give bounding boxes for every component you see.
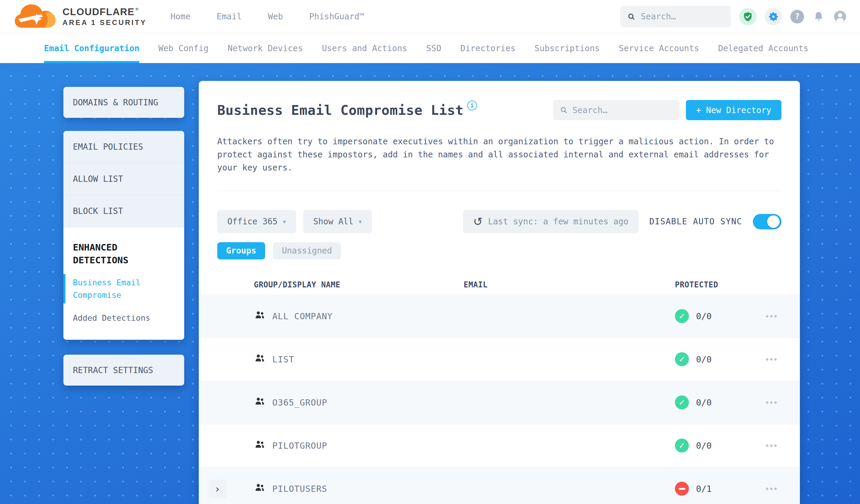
content-area: DOMAINS & ROUTING EMAIL POLICIES ALLOW L… — [0, 63, 860, 504]
group-name: LIST — [272, 354, 464, 364]
section-divider — [217, 191, 782, 191]
group-people-icon — [254, 482, 272, 496]
tab-delegated-accounts[interactable]: Delegated Accounts — [718, 33, 808, 63]
protected-status-icon: ✓ — [675, 352, 689, 366]
column-email: EMAIL — [464, 280, 675, 289]
sidebar-item-added-detections[interactable]: Added Detections — [73, 312, 162, 324]
protected-status-icon: ✓ — [675, 482, 689, 496]
last-sync-button[interactable]: ↺ Last sync: a few minutes ago — [463, 210, 639, 233]
sidebar-item-business-email-compromise[interactable]: Business Email Compromise — [73, 276, 162, 301]
table-row[interactable]: › O365_GROUP ✓ 0/0 — [199, 381, 800, 424]
tab-subscriptions[interactable]: Subscriptions — [534, 33, 600, 63]
toggle-knob — [767, 215, 780, 228]
view-tab-groups[interactable]: Groups — [217, 242, 265, 259]
tab-directories[interactable]: Directories — [460, 33, 515, 63]
show-filter-dropdown[interactable]: Show All ▾ — [303, 210, 372, 233]
column-group-display-name: GROUP/DISPLAY NAME — [254, 280, 464, 289]
search-icon — [560, 106, 568, 115]
protected-status-icon: ✓ — [675, 438, 689, 452]
chevron-down-icon: ▾ — [359, 218, 361, 225]
table-row[interactable]: › PILOTGROUP ✓ 0/0 — [199, 424, 800, 467]
enhanced-detections-label: ENHANCED DETECTIONS — [73, 241, 156, 267]
sidebar-item-allow-list[interactable]: ALLOW LIST — [63, 163, 184, 195]
protected-count: 0/0 — [696, 354, 712, 364]
page-title: Business Email Compromise List — [217, 102, 464, 118]
bec-list-card: Business Email Compromise List i + New D… — [199, 81, 800, 504]
tab-network-devices[interactable]: Network Devices — [228, 33, 303, 63]
tab-web-config[interactable]: Web Config — [158, 33, 209, 63]
top-header: CLOUDFLARE ® AREA 1 SECURITY Home Email … — [0, 0, 860, 33]
expand-chevron-icon[interactable]: › — [208, 480, 227, 498]
cloudflare-logo[interactable]: CLOUDFLARE ® AREA 1 SECURITY — [13, 2, 147, 31]
brand-name: CLOUDFLARE — [62, 6, 134, 17]
group-people-icon — [254, 395, 272, 409]
top-nav-home[interactable]: Home — [171, 12, 190, 21]
brand-subtitle: AREA 1 SECURITY — [62, 18, 147, 27]
provider-dropdown[interactable]: Office 365 ▾ — [217, 210, 296, 233]
sidebar: DOMAINS & ROUTING EMAIL POLICIES ALLOW L… — [63, 87, 184, 386]
sidebar-policy-group: EMAIL POLICIES ALLOW LIST BLOCK LIST ENH… — [63, 131, 184, 340]
new-directory-button[interactable]: + New Directory — [686, 100, 782, 120]
group-people-icon — [254, 309, 272, 323]
tab-email-configuration[interactable]: Email Configuration — [44, 33, 139, 63]
group-name: ALL COMPANY — [272, 311, 464, 321]
top-nav-web[interactable]: Web — [268, 12, 283, 21]
tab-service-accounts[interactable]: Service Accounts — [619, 33, 699, 63]
chevron-down-icon: ▾ — [283, 218, 286, 225]
table-row[interactable]: › PILOTUSERS ✓ 0/1 — [199, 467, 800, 504]
auto-sync-toggle[interactable] — [753, 214, 782, 229]
group-name: O365_GROUP — [272, 398, 464, 408]
table-row[interactable]: › LIST ✓ 0/0 — [199, 338, 800, 381]
section-tabs: Email Configuration Web Config Network D… — [0, 33, 860, 63]
list-search[interactable] — [553, 100, 679, 120]
top-nav-email[interactable]: Email — [217, 12, 242, 21]
user-avatar-icon[interactable] — [833, 10, 847, 24]
sidebar-item-email-policies[interactable]: EMAIL POLICIES — [63, 131, 184, 163]
security-shield-icon[interactable] — [739, 8, 757, 25]
protected-count: 0/0 — [696, 311, 712, 321]
settings-gear-icon[interactable] — [765, 8, 782, 25]
help-icon[interactable]: ? — [790, 10, 804, 24]
sidebar-item-domains-routing[interactable]: DOMAINS & ROUTING — [63, 87, 184, 118]
global-search-input[interactable] — [641, 12, 724, 21]
view-tab-unassigned[interactable]: Unassigned — [273, 242, 341, 259]
tab-sso[interactable]: SSO — [426, 33, 441, 63]
registered-mark: ® — [135, 7, 139, 11]
notifications-bell-icon[interactable] — [812, 11, 825, 23]
protected-status-icon: ✓ — [675, 395, 689, 409]
table-row[interactable]: › ALL COMPANY ✓ 0/0 — [199, 294, 800, 338]
cloudflare-cloud-icon — [13, 2, 58, 31]
group-name: PILOTUSERS — [272, 484, 464, 494]
global-search[interactable] — [620, 6, 731, 27]
group-name: PILOTGROUP — [272, 441, 464, 451]
protected-status-icon: ✓ — [675, 309, 689, 323]
sidebar-item-block-list[interactable]: BLOCK LIST — [63, 195, 184, 227]
protected-count: 0/0 — [696, 441, 712, 451]
column-protected: PROTECTED — [675, 280, 755, 289]
group-people-icon — [254, 352, 272, 366]
sidebar-item-enhanced-detections[interactable]: ENHANCED DETECTIONS Business Email Compr… — [63, 227, 184, 340]
table-header: GROUP/DISPLAY NAME EMAIL PROTECTED — [199, 275, 800, 294]
protected-count: 0/0 — [696, 398, 712, 408]
top-nav: Home Email Web PhishGuard™ — [171, 12, 364, 21]
sync-icon: ↺ — [473, 216, 483, 227]
info-icon[interactable]: i — [467, 101, 477, 110]
row-actions-menu-icon[interactable] — [763, 310, 779, 322]
list-search-input[interactable] — [573, 105, 673, 115]
row-actions-menu-icon[interactable] — [763, 397, 779, 408]
group-people-icon — [254, 438, 272, 452]
row-actions-menu-icon[interactable] — [763, 354, 779, 365]
sidebar-item-retract-settings[interactable]: RETRACT SETTINGS — [63, 355, 184, 386]
view-tabs: Groups Unassigned — [217, 242, 782, 259]
row-actions-menu-icon[interactable] — [763, 483, 779, 495]
page-description: Attackers often try to impersonate execu… — [217, 135, 782, 175]
protected-count: 0/1 — [696, 484, 712, 494]
groups-table: GROUP/DISPLAY NAME EMAIL PROTECTED › ALL… — [199, 275, 800, 504]
top-nav-phishguard[interactable]: PhishGuard™ — [309, 12, 364, 21]
disable-auto-sync-label: DISABLE AUTO SYNC — [649, 217, 742, 227]
tab-users-and-actions[interactable]: Users and Actions — [322, 33, 407, 63]
search-icon — [627, 12, 636, 21]
row-actions-menu-icon[interactable] — [763, 440, 779, 452]
